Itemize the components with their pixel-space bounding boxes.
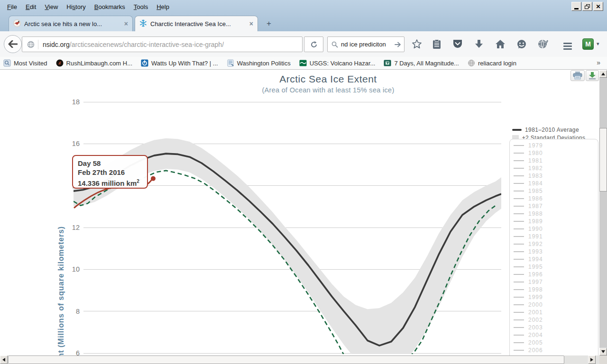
year-line-swatch xyxy=(514,175,524,176)
bookmark-item[interactable]: Watts Up With That? | ... xyxy=(141,59,218,67)
menu-tools[interactable]: Tools xyxy=(129,2,152,12)
bookmark-item[interactable]: USGS: Volcano Hazar... xyxy=(299,59,376,67)
scroll-right-button[interactable] xyxy=(588,355,596,364)
legend-year-1993[interactable]: 1993 xyxy=(514,248,598,255)
legend-year-1983[interactable]: 1983 xyxy=(514,172,598,180)
bookmark-item[interactable]: Washington Politics xyxy=(227,59,291,67)
download-chart-icon xyxy=(588,72,597,80)
tooltip-date: Feb 27th 2016 xyxy=(78,168,142,177)
legend-year-1994[interactable]: 1994 xyxy=(514,255,598,263)
search-input[interactable]: nd ice prediciton xyxy=(341,41,392,48)
vertical-scroll-thumb[interactable] xyxy=(599,128,607,191)
legend-year-2004[interactable]: 2004 xyxy=(514,331,598,339)
bookmark-star-button[interactable] xyxy=(411,38,423,50)
legend-year-2000[interactable]: 2000 xyxy=(514,301,598,309)
bookmark-item[interactable]: RushLimbaugh.com H... xyxy=(56,59,132,67)
bookmarks-overflow-chevron[interactable]: » xyxy=(597,59,600,66)
smiley-icon xyxy=(516,39,527,49)
url-bar[interactable]: nsidc.org/arcticseaicenews/charctic-inte… xyxy=(22,36,303,52)
year-line-swatch xyxy=(514,145,524,146)
legend-year-1997[interactable]: 1997 xyxy=(514,278,598,286)
tab-active[interactable]: Charctic Interactive Sea Ice...× xyxy=(135,16,258,31)
legend-year-2005[interactable]: 2005 xyxy=(514,339,598,346)
feedback-smiley-button[interactable] xyxy=(515,38,528,50)
restore-button[interactable] xyxy=(582,2,592,11)
wuwt-bird-icon xyxy=(13,19,21,28)
close-button[interactable]: ✕ xyxy=(593,2,603,11)
most-visited-icon xyxy=(3,59,11,67)
year-label: 1998 xyxy=(528,286,543,293)
legend-year-1984[interactable]: 1984 xyxy=(514,180,598,187)
legend-year-1998[interactable]: 1998 xyxy=(514,286,598,293)
year-line-swatch xyxy=(514,168,524,169)
horizontal-scrollbar[interactable] xyxy=(0,355,599,364)
search-box[interactable]: nd ice prediciton xyxy=(327,36,405,52)
download-chart-button[interactable] xyxy=(586,70,599,81)
legend-year-list[interactable]: 1979198019811982198319841985198619871988… xyxy=(509,139,598,364)
extension-caret-icon[interactable]: ▾ xyxy=(597,41,599,47)
bookmark-item[interactable]: reliacard login xyxy=(468,59,516,67)
bookmark-item[interactable]: Most Visited xyxy=(3,59,47,67)
tooltip-value: 14.336 million km2 xyxy=(78,177,142,188)
home-button[interactable] xyxy=(494,38,506,50)
legend-year-2003[interactable]: 2003 xyxy=(514,324,598,331)
scroll-left-button[interactable] xyxy=(0,355,8,364)
menu-hamburger-button[interactable] xyxy=(561,40,574,52)
tab-inactive[interactable]: Arctic sea ice hits a new lo...× xyxy=(9,16,133,31)
bookmark-item[interactable]: 7 Days, All Magnitude... xyxy=(384,59,459,67)
menu-help[interactable]: Help xyxy=(152,2,174,12)
scroll-up-button[interactable] xyxy=(599,70,607,78)
year-line-swatch xyxy=(514,244,524,245)
current-day-dot[interactable] xyxy=(151,176,156,181)
legend-year-1986[interactable]: 1986 xyxy=(514,195,598,202)
home-icon xyxy=(495,39,506,49)
back-arrow-icon xyxy=(8,40,18,48)
site-advisor-extension-icon[interactable]: M xyxy=(582,38,594,50)
legend-year-1991[interactable]: 1991 xyxy=(514,233,598,240)
print-button[interactable] xyxy=(570,70,585,81)
scroll-down-button[interactable] xyxy=(599,348,607,355)
ytick-8: 8 xyxy=(76,308,80,315)
legend-year-1990[interactable]: 1990 xyxy=(514,225,598,233)
new-tab-button[interactable]: + xyxy=(262,18,276,30)
sketch-globe-button[interactable] xyxy=(537,38,549,50)
menu-history[interactable]: History xyxy=(62,2,90,12)
search-go-icon[interactable] xyxy=(395,42,401,47)
legend-year-1980[interactable]: 1980 xyxy=(514,149,598,157)
tab-close-icon[interactable]: × xyxy=(124,20,128,27)
legend-year-1985[interactable]: 1985 xyxy=(514,187,598,195)
legend-year-1979[interactable]: 1979 xyxy=(514,142,598,149)
legend-year-1988[interactable]: 1988 xyxy=(514,210,598,218)
menu-edit[interactable]: Edit xyxy=(21,2,40,12)
year-label: 1990 xyxy=(528,226,543,232)
horizontal-scroll-thumb[interactable] xyxy=(8,355,564,364)
vertical-scrollbar[interactable] xyxy=(599,70,607,355)
legend-year-1996[interactable]: 1996 xyxy=(514,271,598,278)
legend-year-2006[interactable]: 2006 xyxy=(514,346,598,354)
minimize-button[interactable] xyxy=(571,2,581,11)
year-label: 1993 xyxy=(528,248,543,255)
menu-bookmarks[interactable]: Bookmarks xyxy=(90,2,129,12)
legend-year-1981[interactable]: 1981 xyxy=(514,157,598,164)
star-icon xyxy=(412,39,422,49)
year-label: 1984 xyxy=(528,180,543,187)
legend-year-1989[interactable]: 1989 xyxy=(514,218,598,225)
legend-year-1999[interactable]: 1999 xyxy=(514,293,598,301)
pocket-button[interactable] xyxy=(451,38,464,50)
legend-year-1987[interactable]: 1987 xyxy=(514,202,598,210)
back-button[interactable] xyxy=(4,35,22,53)
show-bookmarks-button[interactable] xyxy=(431,38,443,50)
legend-average-row[interactable]: 1981–2010 Average xyxy=(512,126,598,134)
legend-year-2001[interactable]: 2001 xyxy=(514,309,598,316)
legend-year-1992[interactable]: 1992 xyxy=(514,240,598,248)
menu-file[interactable]: File xyxy=(3,2,21,12)
year-line-swatch xyxy=(514,228,524,229)
year-line-swatch xyxy=(514,266,524,267)
downloads-button[interactable] xyxy=(473,38,485,50)
legend-year-2002[interactable]: 2002 xyxy=(514,316,598,324)
tab-close-icon[interactable]: × xyxy=(249,20,253,27)
legend-year-1982[interactable]: 1982 xyxy=(514,164,598,172)
reload-button[interactable] xyxy=(304,36,323,52)
legend-year-1995[interactable]: 1995 xyxy=(514,263,598,271)
menu-view[interactable]: View xyxy=(40,2,62,12)
